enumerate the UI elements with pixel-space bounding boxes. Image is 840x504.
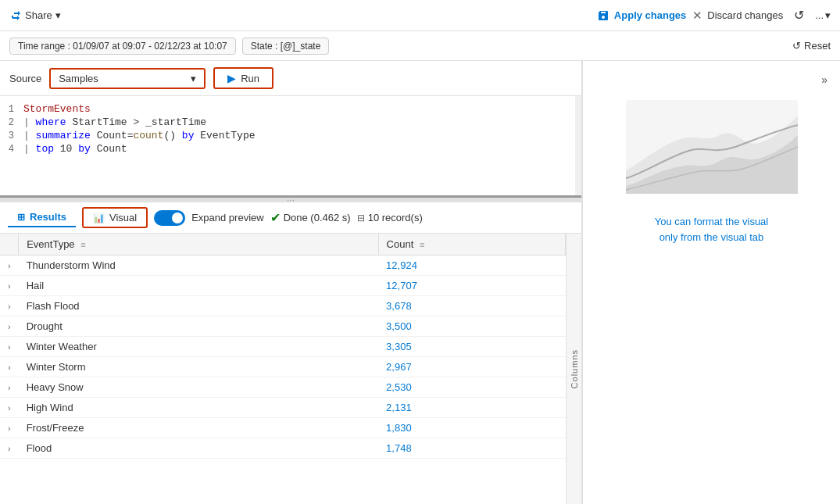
code-token: by: [78, 143, 91, 155]
col-count-menu-icon[interactable]: ≡: [420, 240, 424, 249]
table-row[interactable]: ›Flash Flood3,678: [0, 296, 566, 316]
right-panel: » You can format the visual only from th…: [582, 61, 840, 504]
cell-count: 3,305: [378, 337, 565, 357]
cell-count: 1,830: [378, 418, 565, 438]
code-token: StartTime > _startTime: [66, 116, 206, 128]
row-expand-icon[interactable]: ›: [0, 276, 19, 296]
tab-visual[interactable]: 📊 Visual: [82, 207, 148, 228]
discard-changes-button[interactable]: ✕ Discard changes: [692, 9, 783, 23]
col-count: Count ≡: [378, 234, 565, 256]
source-dropdown[interactable]: Samples ▾: [49, 68, 206, 89]
more-options-button[interactable]: ... ▾: [815, 9, 831, 21]
row-expand-icon[interactable]: ›: [0, 398, 19, 418]
main-area: Source Samples ▾ ▶ Run 1StormEvents2| wh…: [0, 61, 840, 504]
chart-desc-line2: only from the visual tab: [659, 231, 764, 243]
time-range-filter[interactable]: Time range : 01/09/07 at 09:07 - 02/12/2…: [9, 38, 236, 55]
row-expand-icon[interactable]: ›: [0, 377, 19, 398]
col-count-label: Count: [387, 238, 414, 250]
table-row[interactable]: ›Drought3,500: [0, 316, 566, 337]
run-button[interactable]: ▶ Run: [213, 67, 273, 89]
refresh-icon: ↺: [794, 9, 804, 22]
refresh-button[interactable]: ↺: [789, 6, 809, 24]
col-event-type: EventType ≡: [19, 234, 378, 256]
line-number: 1: [0, 104, 23, 115]
share-icon: [9, 9, 22, 22]
share-chevron: ▾: [55, 9, 61, 21]
cell-event-type: High Wind: [19, 398, 378, 418]
toggle-switch[interactable]: [154, 210, 185, 226]
cell-count: 2,967: [378, 357, 565, 377]
table-row[interactable]: ›Frost/Freeze1,830: [0, 418, 566, 438]
row-expand-icon[interactable]: ›: [0, 256, 19, 276]
tabs-bar: ⊞ Results 📊 Visual Expand preview ✔ Done…: [0, 202, 581, 234]
results-table: EventType ≡ Count ≡ ›Thunderstorm Wind12…: [0, 234, 566, 459]
code-editor[interactable]: 1StormEvents2| where StartTime > _startT…: [0, 96, 581, 198]
chart-icon: 📊: [93, 213, 105, 223]
code-token: 10: [54, 143, 78, 155]
line-number: 4: [0, 144, 23, 155]
play-icon: ▶: [227, 72, 236, 84]
tab-results[interactable]: ⊞ Results: [8, 208, 76, 227]
cell-count: 2,530: [378, 377, 565, 398]
table-row[interactable]: ›Winter Storm2,967: [0, 357, 566, 377]
table-row[interactable]: ›Thunderstorm Wind12,924: [0, 256, 566, 276]
state-filter[interactable]: State : [@]_state: [242, 38, 330, 55]
code-token: where: [36, 116, 66, 128]
row-expand-icon[interactable]: ›: [0, 337, 19, 357]
cell-event-type: Winter Storm: [19, 357, 378, 377]
records-badge: ⊟ 10 record(s): [357, 212, 423, 223]
status-done: ✔ Done (0.462 s): [270, 210, 351, 225]
table-row[interactable]: ›Hail12,707: [0, 276, 566, 296]
table-header: EventType ≡ Count ≡: [0, 234, 566, 256]
row-expand-icon[interactable]: ›: [0, 438, 19, 459]
code-line: 1StormEvents: [0, 102, 581, 116]
code-token: by: [176, 130, 194, 141]
share-button[interactable]: Share ▾: [9, 9, 61, 22]
cell-event-type: Flash Flood: [19, 296, 378, 316]
table-row[interactable]: ›Heavy Snow2,530: [0, 377, 566, 398]
code-token: Count=: [91, 130, 134, 141]
apply-changes-label: Apply changes: [614, 9, 686, 21]
line-content: StormEvents: [23, 103, 581, 115]
reset-button[interactable]: ↺ Reset: [792, 40, 831, 52]
row-expand-icon[interactable]: ›: [0, 316, 19, 337]
chart-desc-visual-link: visual: [742, 216, 768, 227]
line-number: 3: [0, 130, 23, 141]
reset-icon: ↺: [792, 40, 801, 52]
row-expand-icon[interactable]: ›: [0, 296, 19, 316]
visual-tab-label: Visual: [109, 212, 137, 223]
cell-count: 12,707: [378, 276, 565, 296]
apply-changes-button[interactable]: Apply changes: [597, 9, 686, 22]
chart-desc-line1: You can format the: [655, 216, 742, 227]
code-token: EventType: [194, 130, 255, 141]
columns-strip-label: Columns: [570, 349, 579, 388]
filter-tags: Time range : 01/09/07 at 09:07 - 02/12/2…: [9, 38, 329, 55]
code-token: (): [163, 130, 176, 141]
chart-description: You can format the visual only from the …: [655, 214, 769, 245]
row-expand-icon[interactable]: ›: [0, 418, 19, 438]
results-area: ⊞ Results 📊 Visual Expand preview ✔ Done…: [0, 202, 581, 504]
run-label: Run: [241, 73, 259, 84]
more-icon: ...: [815, 9, 824, 21]
col-event-type-label: EventType: [27, 238, 74, 250]
columns-strip[interactable]: Columns: [566, 234, 581, 504]
expand-panel-button[interactable]: »: [821, 73, 827, 86]
toolbar-right: Apply changes ✕ Discard changes ↺ ... ▾: [597, 6, 831, 24]
code-lines: 1StormEvents2| where StartTime > _startT…: [0, 102, 581, 155]
table-row[interactable]: ›Flood1,748: [0, 438, 566, 459]
data-table: EventType ≡ Count ≡ ›Thunderstorm Wind12…: [0, 234, 566, 504]
expand-preview-toggle: Expand preview: [154, 210, 264, 226]
line-number: 2: [0, 117, 23, 128]
discard-changes-label: Discard changes: [707, 9, 783, 21]
table-row[interactable]: ›High Wind2,131: [0, 398, 566, 418]
col-event-type-menu-icon[interactable]: ≡: [80, 240, 85, 249]
expand-col-header: [0, 234, 19, 256]
row-expand-icon[interactable]: ›: [0, 357, 19, 377]
table-body: ›Thunderstorm Wind12,924›Hail12,707›Flas…: [0, 256, 566, 459]
toolbar-left: Share ▾: [9, 9, 61, 22]
records-icon: ⊟: [357, 213, 365, 223]
reset-label: Reset: [804, 40, 831, 52]
code-scrollbar[interactable]: [575, 96, 581, 195]
table-row[interactable]: ›Winter Weather3,305: [0, 337, 566, 357]
share-label: Share: [25, 9, 52, 21]
